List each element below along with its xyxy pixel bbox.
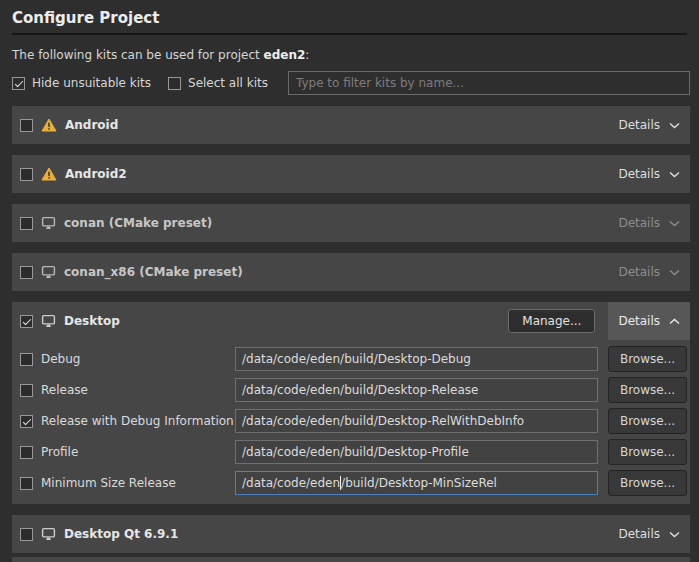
details-toggle[interactable]: Details xyxy=(608,515,690,553)
kit-name: Android2 xyxy=(65,167,127,181)
kit-checkbox[interactable] xyxy=(20,266,33,279)
kit-checkbox[interactable] xyxy=(20,217,33,230)
kit-name: Android xyxy=(65,118,118,132)
details-toggle[interactable]: Details xyxy=(608,302,690,340)
intro-text: The following kits can be used for proje… xyxy=(12,48,687,62)
select-all-kits-label: Select all kits xyxy=(188,76,268,90)
build-dir-input[interactable] xyxy=(235,347,598,371)
build-dir-input-focused[interactable]: /data/code/eden/build/Desktop-MinSizeRel xyxy=(235,471,598,495)
computer-icon xyxy=(41,265,56,279)
title-separator xyxy=(12,33,687,35)
details-toggle[interactable]: Details xyxy=(608,155,690,193)
checkbox-icon[interactable] xyxy=(12,77,25,90)
config-checkbox[interactable] xyxy=(20,477,33,490)
checkbox-icon[interactable] xyxy=(168,77,181,90)
page-header: Configure Project xyxy=(0,0,699,35)
config-checkbox[interactable] xyxy=(20,353,33,366)
kit-name: Desktop xyxy=(64,314,120,328)
kit-name: conan_x86 (CMake preset) xyxy=(64,265,243,279)
build-dir-input[interactable] xyxy=(235,378,598,402)
browse-button[interactable]: Browse... xyxy=(608,408,687,434)
chevron-down-icon xyxy=(669,531,680,538)
kit-name: Desktop Qt 6.9.1 xyxy=(64,527,178,541)
config-label: Release with Debug Information xyxy=(41,414,235,428)
details-toggle[interactable]: Details xyxy=(608,106,690,144)
kit-row-conan-x86[interactable]: conan_x86 (CMake preset) Details xyxy=(12,253,690,291)
hide-unsuitable-kits-checkbox[interactable]: Hide unsuitable kits xyxy=(12,76,151,90)
computer-icon xyxy=(41,527,56,541)
warning-icon xyxy=(41,118,57,132)
kit-checkbox[interactable] xyxy=(20,119,33,132)
build-config-row-debug: Debug Browse... xyxy=(20,347,687,371)
kit-checkbox[interactable] xyxy=(20,315,33,328)
kit-checkbox[interactable] xyxy=(20,168,33,181)
manage-kits-button[interactable]: Manage... xyxy=(508,309,595,333)
browse-button[interactable]: Browse... xyxy=(608,377,687,403)
details-toggle[interactable]: Details xyxy=(608,204,690,242)
chevron-down-icon xyxy=(669,171,680,178)
select-all-kits-checkbox[interactable]: Select all kits xyxy=(168,76,268,90)
filter-bar: Hide unsuitable kits Select all kits xyxy=(12,71,690,95)
browse-button[interactable]: Browse... xyxy=(608,346,687,372)
project-name: eden2 xyxy=(264,48,306,62)
build-config-row-relwithdebinfo: Release with Debug Information Browse... xyxy=(20,409,687,433)
page-title: Configure Project xyxy=(12,9,687,27)
build-config-row-minsizerel: Minimum Size Release /data/code/eden/bui… xyxy=(20,471,687,495)
kit-filter-input[interactable] xyxy=(288,71,690,95)
build-dir-input[interactable] xyxy=(235,409,598,433)
details-toggle[interactable]: Details xyxy=(608,253,690,291)
chevron-down-icon xyxy=(669,269,680,276)
kit-checkbox[interactable] xyxy=(20,528,33,541)
config-checkbox[interactable] xyxy=(20,384,33,397)
chevron-up-icon xyxy=(669,318,680,325)
config-label: Debug xyxy=(41,352,235,366)
kit-row-conan[interactable]: conan (CMake preset) Details xyxy=(12,204,690,242)
kit-row-android[interactable]: Android Details xyxy=(12,106,690,144)
kit-row-android2[interactable]: Android2 Details xyxy=(12,155,690,193)
build-config-row-profile: Profile Browse... xyxy=(20,440,687,464)
warning-icon xyxy=(41,167,57,181)
kit-name: conan (CMake preset) xyxy=(64,216,212,230)
build-dir-input[interactable] xyxy=(235,440,598,464)
kit-row-desktop-qt[interactable]: Desktop Qt 6.9.1 Details xyxy=(12,515,690,553)
build-config-list: Debug Browse... Release Browse... Releas… xyxy=(12,347,690,504)
config-checkbox[interactable] xyxy=(20,415,33,428)
kit-row-desktop[interactable]: Desktop Manage... Details Debug Browse..… xyxy=(12,302,690,504)
computer-icon xyxy=(41,216,56,230)
chevron-down-icon xyxy=(669,122,680,129)
config-label: Profile xyxy=(41,445,235,459)
computer-icon xyxy=(41,314,56,328)
hide-unsuitable-kits-label: Hide unsuitable kits xyxy=(32,76,151,90)
kit-list: Android Details Android2 Details xyxy=(12,106,690,562)
chevron-down-icon xyxy=(669,220,680,227)
config-label: Minimum Size Release xyxy=(41,476,235,490)
browse-button[interactable]: Browse... xyxy=(608,439,687,465)
config-checkbox[interactable] xyxy=(20,446,33,459)
build-config-row-release: Release Browse... xyxy=(20,378,687,402)
config-label: Release xyxy=(41,383,235,397)
browse-button[interactable]: Browse... xyxy=(608,470,687,496)
kit-row-clipped[interactable] xyxy=(12,557,690,562)
